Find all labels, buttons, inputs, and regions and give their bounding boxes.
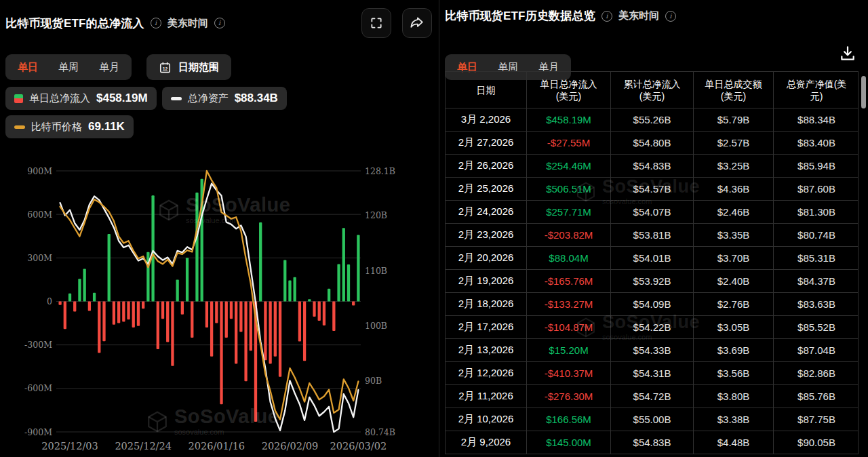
chart-x-axis: 2025/12/032025/12/242026/01/162026/02/09… (41, 441, 387, 452)
table-cell: $254.46M (527, 155, 611, 177)
svg-text:80.74B: 80.74B (365, 427, 395, 437)
svg-text:90B: 90B (365, 376, 382, 386)
table-cell: -$203.82M (527, 224, 611, 246)
table-cell: $55.26B (611, 108, 694, 131)
table-row: 2月 25,2026$506.51M$54.57B$4.36B$87.60B (446, 178, 858, 201)
svg-text:600M: 600M (27, 210, 52, 220)
svg-text:2026/01/16: 2026/01/16 (189, 441, 245, 452)
table-cell: $88.34B (774, 108, 859, 131)
table-row: 2月 23,2026-$203.82M$53.81B$3.35B$80.74B (446, 224, 858, 247)
timezone-label: 美东时间 (618, 9, 659, 22)
history-table: 日期单日总净流入(美元)累计总净流入(美元)单日总成交额(美元)总资产净值(美元… (445, 71, 859, 454)
table-cell: $81.30B (774, 201, 859, 223)
svg-text:0: 0 (47, 296, 52, 306)
table-cell: $83.63B (774, 293, 859, 315)
table-row: 3月 2,2026$458.19M$55.26B$5.79B$88.34B (446, 108, 858, 132)
table-cell: 2月 12,2026 (446, 362, 527, 384)
table-cell: $83.40B (774, 132, 859, 154)
svg-text:300M: 300M (27, 253, 52, 263)
table-cell: $80.74B (774, 224, 859, 246)
btc-price-line (60, 171, 359, 420)
table-cell: $87.75B (774, 408, 859, 431)
chart-right-axis: 128.1B120B110B100B90B80.74B (365, 166, 395, 437)
table-cell: $90.05B (774, 431, 859, 454)
svg-text:2025/12/03: 2025/12/03 (41, 441, 98, 452)
table-row: 2月 26,2026$254.46M$54.83B$3.25B$85.94B (446, 155, 858, 178)
table-cell: $3.70B (694, 247, 774, 269)
table-cell: $54.80B (611, 132, 694, 154)
table-cell: $2.57B (694, 132, 774, 154)
table-cell: $54.83B (611, 155, 694, 177)
table-header-cell: 日期 (446, 72, 527, 108)
table-cell: 2月 27,2026 (446, 132, 527, 154)
table-cell: $15.20M (527, 339, 611, 361)
table-cell: $54.33B (611, 339, 694, 361)
table-cell: $82.86B (774, 362, 859, 384)
table-cell: $85.94B (774, 155, 859, 177)
table-cell: 3月 2,2026 (446, 108, 527, 131)
table-cell: -$27.55M (527, 132, 611, 154)
table-header-cell: 单日总成交额(美元) (694, 72, 774, 108)
table-cell: 2月 9,2026 (446, 431, 527, 454)
etf-netflow-chart[interactable]: 900M600M300M0-300M-600M-900M128.1B120B11… (0, 0, 439, 457)
table-row: 2月 17,2026-$104.87M$54.22B$3.05B$85.52B (446, 316, 858, 339)
svg-text:-900M: -900M (24, 427, 52, 437)
table-row: 2月 13,2026$15.20M$54.33B$3.69B$87.04B (446, 339, 858, 362)
etf-history-table-panel: 比特币现货ETF历史数据总览 i 美东时间 i 单日单周单月 日期单日总净流入(… (439, 0, 868, 457)
table-cell: $3.38B (694, 408, 774, 431)
table-cell: $3.56B (694, 362, 774, 384)
table-cell: $506.51M (527, 178, 611, 200)
history-table-body: 3月 2,2026$458.19M$55.26B$5.79B$88.34B2月 … (446, 108, 858, 454)
table-cell: -$276.30M (527, 385, 611, 408)
svg-text:110B: 110B (365, 266, 387, 276)
table-cell: -$165.76M (527, 270, 611, 292)
svg-text:2025/12/24: 2025/12/24 (115, 441, 172, 452)
table-row: 2月 24,2026$257.71M$54.07B$2.46B$81.30B (446, 201, 858, 224)
table-row: 2月 27,2026-$27.55M$54.80B$2.57B$83.40B (446, 132, 858, 155)
table-cell: $85.52B (774, 316, 859, 338)
table-header-cell: 总资产净值(美元) (774, 72, 859, 108)
table-cell: $2.76B (694, 293, 774, 315)
table-cell: $3.35B (694, 224, 774, 246)
table-cell: 2月 10,2026 (446, 408, 527, 431)
svg-text:900M: 900M (27, 166, 52, 176)
table-cell: $54.22B (611, 316, 694, 338)
info-icon[interactable]: i (665, 11, 676, 22)
table-panel-title: 比特币现货ETF历史数据总览 (445, 8, 595, 24)
table-cell: $54.31B (611, 362, 694, 384)
table-cell: $3.80B (694, 385, 774, 408)
table-cell: $55.00B (611, 408, 694, 431)
flow-bars (58, 179, 359, 422)
svg-text:-300M: -300M (24, 340, 52, 350)
svg-text:128.1B: 128.1B (365, 166, 395, 176)
table-row: 2月 19,2026-$165.76M$53.92B$2.40B$84.37B (446, 270, 858, 293)
table-cell: 2月 11,2026 (446, 385, 527, 408)
download-button[interactable] (836, 42, 859, 65)
table-cell: $257.71M (527, 201, 611, 223)
table-cell: $85.31B (774, 247, 859, 269)
table-cell: $458.19M (527, 108, 611, 131)
sosovalue-etf-dashboard: 比特币现货ETF的总净流入 i 美东时间 i 单日单周单月 (0, 0, 868, 457)
table-cell: 2月 26,2026 (446, 155, 527, 177)
table-cell: 2月 13,2026 (446, 339, 527, 361)
table-row: 2月 11,2026-$276.30M$54.72B$3.80B$85.76B (446, 385, 858, 408)
info-icon[interactable]: i (601, 11, 612, 22)
table-cell: $3.05B (694, 316, 774, 338)
table-cell: $3.25B (694, 155, 774, 177)
table-row: 2月 20,2026$88.04M$54.01B$3.70B$85.31B (446, 247, 858, 270)
table-cell: $4.36B (694, 178, 774, 200)
table-header-cell: 单日总净流入(美元) (527, 72, 611, 108)
table-scrollbar[interactable] (861, 76, 866, 108)
table-row: 2月 18,2026-$133.27M$54.09B$2.76B$83.63B (446, 293, 858, 316)
table-row: 2月 9,2026$145.00M$54.83B$4.48B$90.05B (446, 431, 858, 454)
table-cell: 2月 20,2026 (446, 247, 527, 269)
table-cell: $87.04B (774, 339, 859, 361)
table-cell: 2月 19,2026 (446, 270, 527, 292)
svg-text:100B: 100B (365, 321, 387, 331)
download-icon (839, 45, 856, 62)
table-cell: $145.00M (527, 431, 611, 454)
table-row: 2月 10,2026$166.56M$55.00B$3.38B$87.75B (446, 408, 858, 431)
table-cell: $3.69B (694, 339, 774, 361)
table-cell: 2月 24,2026 (446, 201, 527, 223)
table-cell: $53.81B (611, 224, 694, 246)
